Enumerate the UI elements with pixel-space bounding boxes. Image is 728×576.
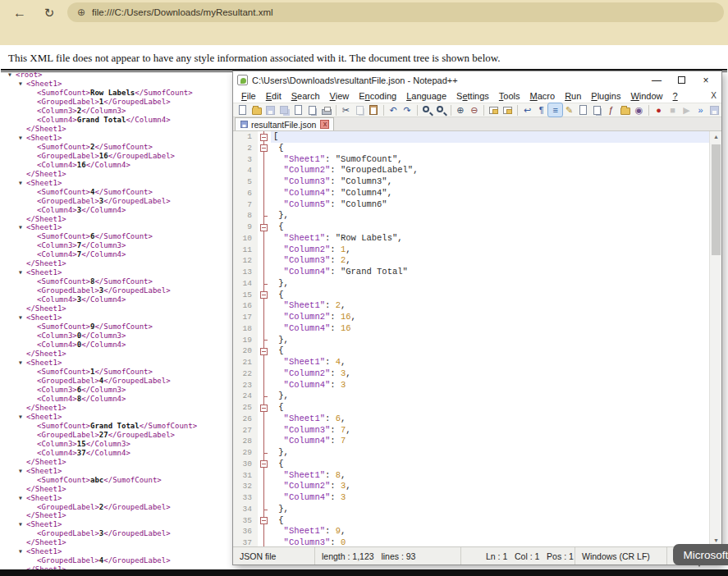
notepad-plus-plus-window: C:\Users\Downloads\resultantFile.json - …: [232, 71, 722, 565]
macro-play-icon[interactable]: ▶: [680, 103, 694, 117]
fold-collapse-icon[interactable]: [258, 131, 271, 143]
new-file-icon[interactable]: [236, 103, 250, 117]
macro-record-icon[interactable]: ●: [652, 103, 666, 117]
redo-icon[interactable]: ↷: [401, 103, 414, 117]
site-info-icon[interactable]: ⊕: [77, 7, 85, 18]
sync-horizontal-icon[interactable]: [501, 103, 515, 117]
open-file-icon[interactable]: [250, 103, 263, 117]
fold-collapse-icon[interactable]: [258, 515, 271, 527]
close-file-icon[interactable]: [291, 103, 305, 117]
code-text: },: [271, 391, 709, 402]
line-number: 16: [233, 300, 258, 312]
fold-collapse-icon[interactable]: [258, 459, 271, 470]
user-language-icon[interactable]: ✎: [562, 103, 576, 117]
xml-tree-line: </Sheet1>: [7, 259, 230, 268]
xml-tree-line: </Sheet1>: [7, 404, 230, 413]
fold-margin: [258, 436, 271, 447]
fold-collapse-icon[interactable]: [258, 345, 271, 357]
menu-language[interactable]: Language: [401, 91, 451, 101]
folder-workspace-icon[interactable]: [618, 103, 632, 117]
function-list-icon[interactable]: ƒ: [604, 103, 618, 117]
collapse-arrow-icon[interactable]: ▼: [19, 494, 26, 503]
line-number: 36: [233, 526, 258, 537]
tab-close-icon[interactable]: x: [320, 120, 329, 129]
monitoring-icon[interactable]: ◉: [632, 103, 646, 117]
collapse-arrow-icon[interactable]: ▼: [19, 520, 26, 529]
collapse-arrow-icon[interactable]: ▼: [19, 179, 26, 188]
collapse-arrow-icon[interactable]: ▼: [19, 223, 26, 232]
doc-map-icon[interactable]: [576, 103, 590, 117]
line-number: 3: [233, 154, 258, 166]
find-icon[interactable]: [420, 103, 434, 117]
fold-collapse-icon[interactable]: [258, 222, 271, 233]
url-text[interactable]: file:///C:/Users/Downloads/myResultant.x…: [92, 7, 272, 17]
collapse-arrow-icon[interactable]: ▼: [19, 413, 26, 422]
tab-resultantfile-json[interactable]: resultantFile.json x: [235, 117, 334, 130]
save-all-icon[interactable]: [277, 103, 291, 117]
menu-tools[interactable]: Tools: [494, 91, 525, 101]
browser-toolbar: ← ↻ ⊕ file:///C:/Users/Downloads/myResul…: [0, 0, 728, 45]
macro-run-multi-icon[interactable]: »: [694, 103, 707, 117]
close-button[interactable]: ×: [694, 72, 718, 88]
menu-view[interactable]: View: [325, 91, 355, 101]
macro-save-icon[interactable]: [707, 103, 721, 117]
menu-search[interactable]: Search: [286, 91, 325, 101]
fold-collapse-icon[interactable]: [258, 290, 271, 301]
menu-window[interactable]: Window: [625, 91, 667, 101]
menu-plugins[interactable]: Plugins: [586, 91, 625, 101]
macro-stop-icon[interactable]: ■: [666, 103, 680, 117]
xml-tree-line: <GroupedLabel>4</GroupedLabel>: [7, 377, 230, 386]
menu-help[interactable]: ?: [668, 91, 683, 101]
fold-margin: [258, 233, 271, 245]
collapse-arrow-icon[interactable]: ▼: [19, 134, 26, 143]
copy-icon[interactable]: [353, 103, 367, 117]
minimize-button[interactable]: —: [644, 72, 669, 88]
reload-icon[interactable]: ↻: [39, 3, 59, 23]
menu-edit[interactable]: Edit: [261, 91, 286, 101]
line-number: 33: [233, 492, 258, 504]
scrollbar-thumb[interactable]: [712, 144, 721, 255]
collapse-arrow-icon[interactable]: ▼: [19, 80, 26, 89]
xml-tree-line: <SumofCount>8</SumofCount>: [7, 277, 230, 286]
fold-collapse-icon[interactable]: [258, 143, 271, 154]
undo-icon[interactable]: ↶: [387, 103, 401, 117]
save-icon[interactable]: [263, 103, 277, 117]
collapse-arrow-icon[interactable]: ▼: [8, 71, 16, 80]
status-eol-format: Windows (CR LF): [575, 547, 667, 565]
close-all-icon[interactable]: [305, 103, 319, 117]
collapse-arrow-icon[interactable]: ▼: [19, 313, 26, 322]
menu-settings[interactable]: Settings: [451, 91, 494, 101]
zoom-in-icon[interactable]: ⊕: [453, 103, 467, 117]
sync-vertical-icon[interactable]: [487, 103, 501, 117]
npp-tab-bar: resultantFile.json x: [233, 117, 721, 131]
menu-run[interactable]: Run: [560, 91, 586, 101]
print-icon[interactable]: [319, 103, 333, 117]
maximize-button[interactable]: [669, 72, 694, 88]
scroll-up-icon[interactable]: ▲: [710, 131, 721, 143]
menu-close-document-icon[interactable]: X: [711, 91, 717, 100]
fold-collapse-icon[interactable]: [258, 402, 271, 414]
npp-title-bar[interactable]: C:\Users\Downloads\resultantFile.json - …: [233, 71, 721, 89]
code-text: "Column4": 16: [271, 323, 709, 335]
notepad-plus-plus-icon: [237, 75, 248, 85]
show-all-characters-icon[interactable]: ¶: [534, 103, 548, 117]
indent-guide-icon[interactable]: ≡: [548, 103, 562, 117]
back-icon[interactable]: ←: [10, 3, 30, 23]
replace-icon[interactable]: [434, 103, 448, 117]
editor-vertical-scrollbar[interactable]: ▲ ▼: [709, 131, 721, 546]
collapse-arrow-icon[interactable]: ▼: [19, 359, 26, 368]
paste-icon[interactable]: [367, 103, 381, 117]
address-bar[interactable]: ⊕ file:///C:/Users/Downloads/myResultant…: [67, 2, 724, 22]
cut-icon[interactable]: ✂: [339, 103, 353, 117]
code-text: "Column2": 3,: [271, 368, 709, 380]
collapse-arrow-icon[interactable]: ▼: [19, 467, 26, 476]
menu-macro[interactable]: Macro: [525, 91, 561, 101]
editor-text-area[interactable]: 1[2 {3 "Sheet1": "SumofCount",4 "Column2…: [233, 131, 709, 546]
word-wrap-icon[interactable]: ↩: [520, 103, 534, 117]
doc-list-icon[interactable]: [590, 103, 604, 117]
menu-encoding[interactable]: Encoding: [354, 91, 401, 101]
zoom-out-icon[interactable]: ⊖: [467, 103, 481, 117]
collapse-arrow-icon[interactable]: ▼: [19, 547, 26, 556]
menu-file[interactable]: File: [236, 91, 261, 101]
collapse-arrow-icon[interactable]: ▼: [19, 268, 26, 277]
